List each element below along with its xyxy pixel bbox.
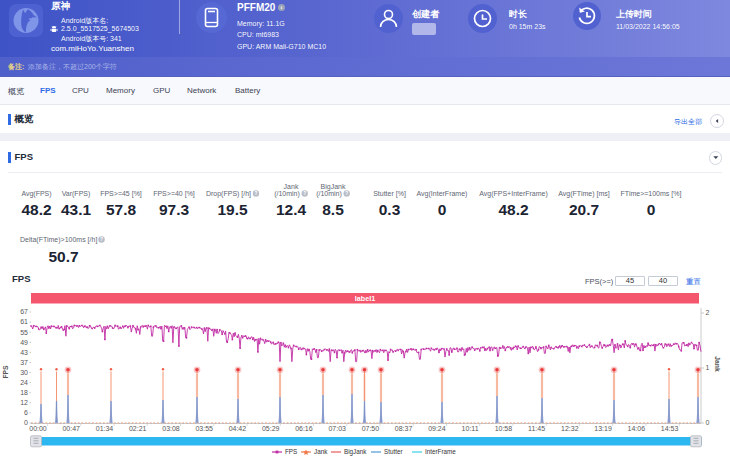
svg-text:30: 30 [20,369,28,376]
svg-text:12:32: 12:32 [561,425,579,432]
svg-text:?: ? [100,237,103,242]
svg-text:06:16: 06:16 [295,425,313,432]
svg-text:04:42: 04:42 [229,425,247,432]
svg-text:0: 0 [706,419,710,426]
svg-text:0: 0 [24,419,28,426]
svg-text:03:55: 03:55 [195,425,213,432]
svg-text:14:06: 14:06 [628,425,646,432]
svg-text:Jank: Jank [714,356,721,372]
svg-text:FPS: FPS [285,448,297,455]
svg-text:?: ? [345,191,348,196]
svg-text:label1: label1 [355,294,375,303]
svg-text:18: 18 [20,389,28,396]
svg-text:37: 37 [20,359,28,366]
svg-text:10:11: 10:11 [462,425,479,432]
svg-text:07:50: 07:50 [362,425,380,432]
svg-text:?: ? [254,191,257,196]
svg-text:2: 2 [706,309,710,316]
svg-text:03:08: 03:08 [162,425,180,432]
svg-text:14:53: 14:53 [661,425,679,432]
svg-text:BigJank: BigJank [344,448,367,456]
svg-text:07:03: 07:03 [328,425,346,432]
svg-text:09:24: 09:24 [428,425,446,432]
svg-text:FPS: FPS [2,365,9,379]
svg-text:00:00: 00:00 [29,425,47,432]
svg-text:Stutter: Stutter [384,448,403,455]
svg-text:05:29: 05:29 [262,425,280,432]
svg-text:61: 61 [20,318,28,325]
svg-text:02:21: 02:21 [129,425,147,432]
svg-text:6: 6 [24,409,28,416]
svg-text:08:37: 08:37 [395,425,413,432]
svg-text:00:47: 00:47 [62,425,80,432]
svg-text:49: 49 [20,339,28,346]
svg-text:?: ? [303,191,306,196]
svg-text:55: 55 [20,329,28,336]
svg-text:13:19: 13:19 [594,425,612,432]
svg-text:43: 43 [20,349,28,356]
svg-text:12: 12 [20,399,28,406]
svg-text:24: 24 [20,379,28,386]
svg-text:10:58: 10:58 [495,425,513,432]
svg-text:11:45: 11:45 [528,425,545,432]
svg-text:1: 1 [706,364,710,371]
svg-text:67: 67 [20,308,28,315]
svg-text:01:34: 01:34 [96,425,114,432]
svg-text:Jank: Jank [314,448,328,455]
svg-text:InterFrame: InterFrame [425,448,456,455]
